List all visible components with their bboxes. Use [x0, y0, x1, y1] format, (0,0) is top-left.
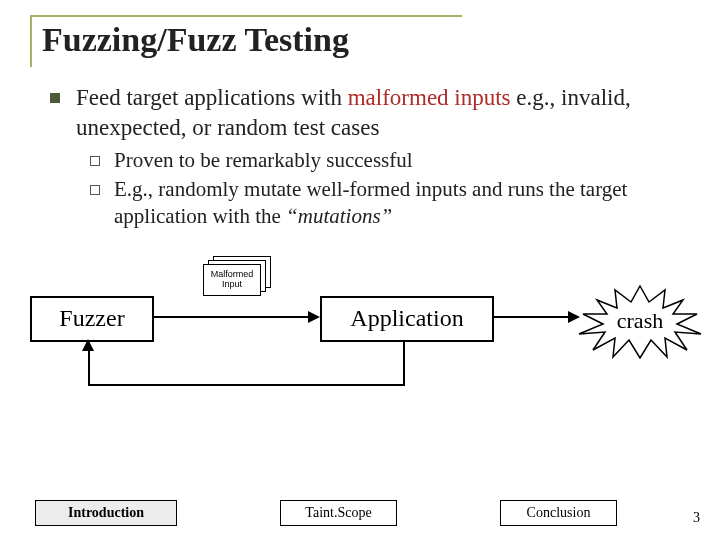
- tab-conclusion[interactable]: Conclusion: [500, 500, 617, 526]
- square-bullet-icon: [50, 93, 60, 103]
- application-node: Application: [320, 296, 494, 342]
- arrow-line: [492, 316, 570, 318]
- sub2-mutations: “mutations”: [286, 204, 392, 228]
- bullet-level2-2: E.g., randomly mutate well-formed inputs…: [90, 176, 690, 231]
- fuzzer-node: Fuzzer: [30, 296, 154, 342]
- footer-tabs: Introduction Taint.Scope Conclusion 3: [30, 500, 700, 528]
- arrow-head-icon: [308, 311, 320, 323]
- fuzz-diagram: Malformed Input Fuzzer Application crash: [30, 256, 690, 406]
- stack-card-front: Malformed Input: [203, 264, 261, 296]
- tab-introduction[interactable]: Introduction: [35, 500, 177, 526]
- arrow-line: [403, 340, 405, 386]
- bullet1-pre: Feed target applications with: [76, 85, 348, 110]
- arrow-head-up-icon: [82, 339, 94, 351]
- arrow-line: [88, 350, 90, 386]
- arrow-line: [88, 384, 405, 386]
- bullet1-text: Feed target applications with malformed …: [76, 83, 690, 143]
- tab-taintscope[interactable]: Taint.Scope: [280, 500, 397, 526]
- bullet1-malformed: malformed inputs: [348, 85, 511, 110]
- sub2-text: E.g., randomly mutate well-formed inputs…: [114, 176, 690, 231]
- sub1-text: Proven to be remarkably successful: [114, 147, 413, 174]
- hollow-square-bullet-icon: [90, 156, 100, 166]
- bullet-level2-1: Proven to be remarkably successful: [90, 147, 690, 174]
- malformed-input-stack: Malformed Input: [203, 256, 271, 296]
- page-number: 3: [693, 510, 700, 526]
- crash-label: crash: [575, 284, 705, 359]
- hollow-square-bullet-icon: [90, 185, 100, 195]
- crash-burst: crash: [575, 284, 705, 359]
- title-box: Fuzzing/Fuzz Testing: [30, 15, 462, 67]
- bullet-level1: Feed target applications with malformed …: [50, 83, 690, 143]
- arrow-line: [152, 316, 310, 318]
- slide-title: Fuzzing/Fuzz Testing: [42, 21, 462, 59]
